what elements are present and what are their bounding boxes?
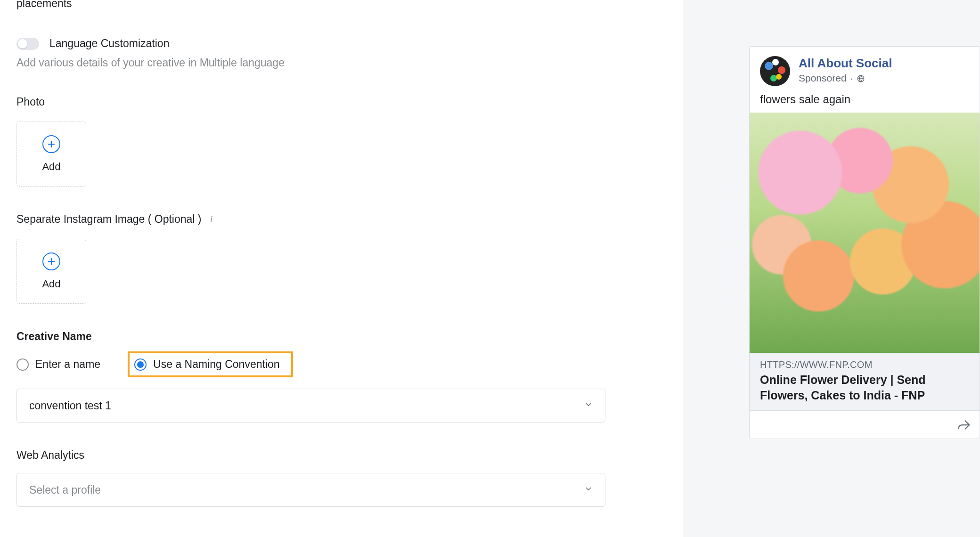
- sponsored-label: Sponsored: [799, 73, 847, 84]
- plus-icon: [42, 252, 60, 270]
- radio-label-enter-name: Enter a name: [35, 358, 100, 371]
- instagram-add-label: Add: [42, 278, 60, 290]
- web-analytics-label: Web Analytics: [16, 449, 653, 462]
- naming-convention-value: convention test 1: [29, 399, 111, 412]
- preview-link-box[interactable]: HTTPS://WWW.FNP.COM Online Flower Delive…: [750, 353, 980, 410]
- instagram-image-label-row: Separate Instagram Image ( Optional ) i: [16, 213, 653, 226]
- radio-icon: [134, 358, 147, 371]
- language-customization-row: Language Customization: [16, 37, 653, 50]
- preview-image: [750, 113, 980, 353]
- truncated-text: placements: [16, 0, 653, 10]
- photo-label: Photo: [16, 96, 653, 108]
- photo-add-tile[interactable]: Add: [16, 122, 86, 187]
- language-customization-label: Language Customization: [49, 37, 169, 50]
- chevron-down-icon: [584, 399, 593, 412]
- language-customization-helper: Add various details of your creative in …: [16, 57, 653, 69]
- preview-header: All About Social Sponsored ·: [750, 47, 980, 89]
- instagram-image-label: Separate Instagram Image ( Optional ): [16, 213, 201, 226]
- preview-link-domain: HTTPS://WWW.FNP.COM: [760, 359, 969, 370]
- preview-meta: All About Social Sponsored ·: [799, 56, 892, 84]
- preview-footer: [750, 410, 980, 439]
- radio-option-enter-name[interactable]: Enter a name: [16, 355, 107, 374]
- creative-name-label: Creative Name: [16, 330, 653, 343]
- naming-convention-select[interactable]: convention test 1: [16, 389, 605, 423]
- share-icon[interactable]: [957, 418, 971, 432]
- page-avatar: [760, 56, 790, 86]
- radio-label-naming-convention: Use a Naming Convention: [153, 358, 279, 371]
- web-analytics-placeholder: Select a profile: [29, 484, 101, 496]
- form-column: placements Language Customization Add va…: [0, 0, 669, 507]
- language-customization-toggle[interactable]: [16, 38, 39, 50]
- sponsored-dot: ·: [850, 73, 853, 84]
- preview-page-name[interactable]: All About Social: [799, 56, 892, 71]
- creative-name-radio-group: Enter a name Use a Naming Convention: [16, 351, 653, 377]
- preview-sponsored-row: Sponsored ·: [799, 73, 892, 84]
- radio-icon: [16, 358, 29, 371]
- photo-add-label: Add: [42, 161, 60, 173]
- radio-option-naming-convention[interactable]: Use a Naming Convention: [128, 351, 293, 377]
- ad-preview-card: All About Social Sponsored · flowers sal…: [749, 46, 980, 439]
- preview-panel: All About Social Sponsored · flowers sal…: [683, 0, 980, 537]
- globe-icon: [857, 74, 865, 82]
- plus-icon: [42, 135, 60, 153]
- info-icon[interactable]: i: [206, 214, 216, 225]
- preview-body-text: flowers sale again: [750, 89, 980, 113]
- instagram-add-tile[interactable]: Add: [16, 239, 86, 304]
- chevron-down-icon: [584, 484, 593, 496]
- web-analytics-select[interactable]: Select a profile: [16, 473, 605, 507]
- preview-link-title: Online Flower Delivery | Send Flowers, C…: [760, 372, 969, 403]
